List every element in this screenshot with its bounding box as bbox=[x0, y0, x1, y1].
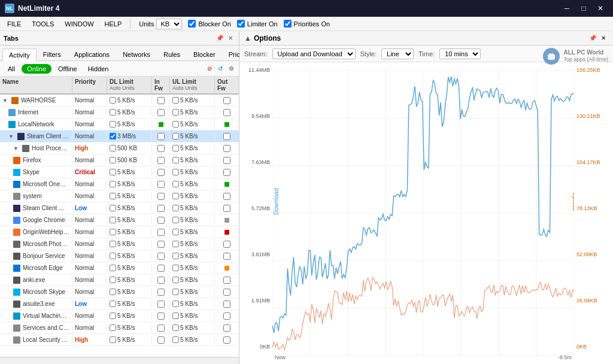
in-fw-checkbox[interactable] bbox=[157, 205, 165, 212]
in-fw-checkbox[interactable] bbox=[157, 97, 165, 104]
in-fw-checkbox[interactable] bbox=[157, 265, 165, 272]
ul-limit-checkbox[interactable] bbox=[172, 277, 179, 283]
dl-limit-checkbox[interactable] bbox=[110, 133, 116, 139]
expand-icon[interactable]: ▼ bbox=[2, 98, 8, 104]
expand-icon[interactable]: ▼ bbox=[8, 134, 14, 139]
out-fw-checkbox[interactable] bbox=[223, 157, 230, 164]
in-fw-checkbox[interactable] bbox=[157, 336, 165, 344]
filter-online[interactable]: Online bbox=[22, 64, 51, 74]
units-select[interactable]: KBBMB bbox=[156, 19, 182, 29]
ul-limit-checkbox[interactable] bbox=[172, 336, 179, 343]
tabs-close-button[interactable]: ✕ bbox=[226, 34, 235, 43]
out-fw-checkbox[interactable] bbox=[223, 109, 230, 116]
ul-limit-checkbox[interactable] bbox=[172, 217, 179, 223]
out-fw-checkbox[interactable] bbox=[223, 289, 230, 296]
dl-limit-checkbox[interactable] bbox=[110, 193, 116, 199]
process-table[interactable]: Name Priority DL Limit Auto Units In Fw … bbox=[0, 77, 239, 357]
table-row[interactable]: Bonjour Service Normal 5 KB/s 5 KB/s bbox=[0, 250, 239, 262]
menu-file[interactable]: FILE bbox=[2, 19, 26, 29]
in-fw-checkbox[interactable] bbox=[157, 169, 165, 176]
col-out-fw[interactable]: Out Fw bbox=[215, 77, 239, 93]
out-fw-checkbox[interactable] bbox=[223, 205, 230, 212]
priorities-checkbox[interactable] bbox=[284, 20, 292, 28]
ul-limit-checkbox[interactable] bbox=[172, 121, 179, 128]
dl-limit-checkbox[interactable] bbox=[110, 145, 116, 151]
dl-limit-checkbox[interactable] bbox=[110, 253, 116, 259]
dl-limit-checkbox[interactable] bbox=[110, 97, 116, 104]
table-row[interactable]: Steam Client WebHel Low 5 KB/s 5 KB/s bbox=[0, 202, 239, 214]
ul-limit-checkbox[interactable] bbox=[172, 157, 179, 163]
ul-limit-checkbox[interactable] bbox=[172, 265, 179, 271]
block-all-icon[interactable]: ⊘ bbox=[205, 65, 214, 73]
ul-limit-checkbox[interactable] bbox=[172, 205, 179, 211]
dl-limit-checkbox[interactable] bbox=[110, 109, 116, 116]
in-fw-checkbox[interactable] bbox=[157, 277, 165, 284]
in-fw-checkbox[interactable] bbox=[157, 241, 165, 248]
menu-tools[interactable]: TOOLS bbox=[27, 19, 59, 29]
table-row[interactable]: Internet Normal 5 KB/s 5 KB/s bbox=[0, 107, 239, 119]
out-fw-checkbox[interactable] bbox=[223, 301, 230, 308]
in-fw-checkbox[interactable] bbox=[157, 157, 165, 164]
dl-limit-checkbox[interactable] bbox=[110, 121, 116, 128]
in-fw-checkbox[interactable] bbox=[157, 193, 165, 200]
tab-rules[interactable]: Rules bbox=[157, 48, 187, 60]
col-ul-limit[interactable]: UL Limit Auto Units bbox=[170, 77, 215, 93]
dl-limit-checkbox[interactable] bbox=[110, 205, 116, 211]
table-row[interactable]: Google Chrome Normal 5 KB/s 5 KB/s bbox=[0, 214, 239, 226]
ul-limit-checkbox[interactable] bbox=[172, 97, 179, 104]
dl-limit-checkbox[interactable] bbox=[110, 229, 116, 235]
filter-hidden[interactable]: Hidden bbox=[84, 63, 113, 74]
in-fw-checkbox[interactable] bbox=[157, 133, 165, 140]
filter-offline[interactable]: Offline bbox=[54, 63, 81, 74]
out-fw-checkbox[interactable] bbox=[223, 193, 230, 200]
out-fw-checkbox[interactable] bbox=[223, 145, 230, 152]
ul-limit-checkbox[interactable] bbox=[172, 289, 179, 295]
out-fw-checkbox[interactable] bbox=[223, 97, 230, 104]
maximize-button[interactable]: □ bbox=[576, 3, 591, 14]
out-fw-checkbox[interactable] bbox=[223, 277, 230, 284]
out-fw-checkbox[interactable] bbox=[223, 253, 230, 260]
ul-limit-checkbox[interactable] bbox=[172, 253, 179, 259]
table-row[interactable]: Microsoft.Photos.exe Normal 5 KB/s 5 KB/… bbox=[0, 238, 239, 250]
settings-icon[interactable]: ⚙ bbox=[227, 65, 235, 73]
filter-all[interactable]: All bbox=[4, 63, 19, 74]
tab-applications[interactable]: Applications bbox=[68, 48, 116, 60]
table-row[interactable]: Local Security Author High 5 KB/s 5 KB/s bbox=[0, 334, 239, 346]
dl-limit-checkbox[interactable] bbox=[110, 265, 116, 271]
tab-networks[interactable]: Networks bbox=[116, 48, 157, 60]
out-fw-checkbox[interactable] bbox=[223, 336, 230, 344]
out-fw-checkbox[interactable] bbox=[223, 133, 230, 140]
in-fw-checkbox[interactable] bbox=[157, 109, 165, 116]
in-fw-checkbox[interactable] bbox=[157, 145, 165, 152]
table-row[interactable]: OriginWebHelperServ Normal 5 KB/s 5 KB/s bbox=[0, 226, 239, 238]
menu-window[interactable]: WINDOW bbox=[60, 19, 98, 29]
in-fw-checkbox[interactable] bbox=[157, 301, 165, 308]
in-fw-checkbox[interactable] bbox=[157, 229, 165, 236]
table-row[interactable]: Microsoft Edge Normal 5 KB/s 5 KB/s bbox=[0, 262, 239, 274]
tab-filters[interactable]: Filters bbox=[37, 48, 68, 60]
table-row[interactable]: Virtual Machine Mana Normal 5 KB/s 5 KB/… bbox=[0, 310, 239, 322]
table-row[interactable]: ▼ WARHORSE Normal 5 KB/s 5 KB/s bbox=[0, 95, 239, 107]
col-priority[interactable]: Priority bbox=[72, 77, 107, 93]
table-row[interactable]: Microsoft Skype Normal 5 KB/s 5 KB/s bbox=[0, 286, 239, 298]
table-row[interactable]: ▼ Host Process for Wine High 500 KB 5 KB… bbox=[0, 142, 239, 154]
horizontal-scrollbar[interactable] bbox=[0, 357, 239, 364]
close-button[interactable]: ✕ bbox=[593, 3, 608, 14]
refresh-icon[interactable]: ↺ bbox=[216, 65, 224, 73]
minimize-button[interactable]: ─ bbox=[559, 3, 575, 14]
table-row[interactable]: Skype Critical 5 KB/s 5 KB/s bbox=[0, 166, 239, 178]
dl-limit-checkbox[interactable] bbox=[110, 157, 116, 163]
blocker-checkbox[interactable] bbox=[188, 20, 196, 28]
table-row[interactable]: aisuite3.exe Low 5 KB/s 5 KB/s bbox=[0, 298, 239, 310]
table-row[interactable]: Firefox Normal 500 KB 5 KB/s bbox=[0, 154, 239, 166]
ul-limit-checkbox[interactable] bbox=[172, 133, 179, 139]
in-fw-checkbox[interactable] bbox=[157, 289, 165, 296]
table-row[interactable]: LocalNetwork Normal 5 KB/s 5 KB/s bbox=[0, 119, 239, 131]
in-fw-checkbox[interactable] bbox=[157, 324, 165, 332]
col-dl-limit[interactable]: DL Limit Auto Units bbox=[107, 77, 152, 93]
out-fw-checkbox[interactable] bbox=[223, 241, 230, 248]
dl-limit-checkbox[interactable] bbox=[110, 289, 116, 295]
dl-limit-checkbox[interactable] bbox=[110, 181, 116, 187]
tab-blocker[interactable]: Blocker bbox=[187, 48, 222, 60]
dl-limit-checkbox[interactable] bbox=[110, 241, 116, 247]
